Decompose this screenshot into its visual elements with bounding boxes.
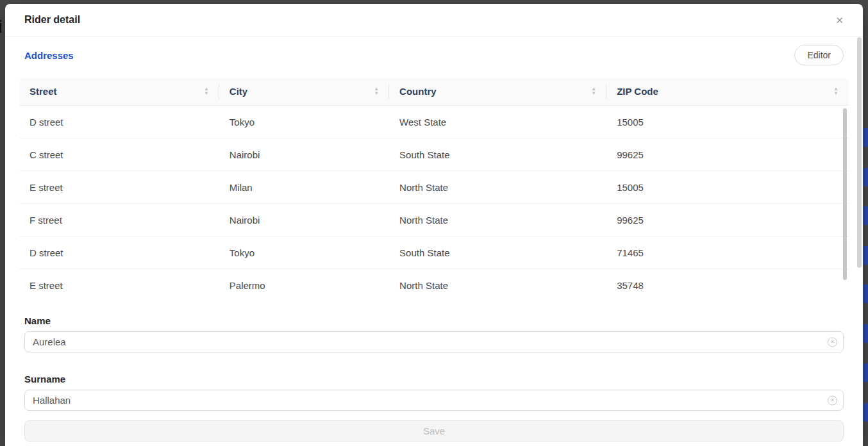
table-header-row: Street ▲ ▼ City ▲ ▼ Country ▲	[19, 78, 849, 106]
surname-label: Surname	[24, 374, 844, 384]
addresses-link[interactable]: Addresses	[24, 50, 74, 61]
table-row: C street Nairobi South State 99625	[19, 138, 849, 171]
rider-detail-modal: Rider detail ✕ Addresses Editor Street ▲…	[5, 4, 863, 446]
name-label: Name	[24, 316, 844, 326]
cell-street: D street	[19, 236, 219, 268]
cell-zip-code: 99625	[606, 204, 849, 236]
table-row: D street Tokyo West State 15005	[19, 106, 849, 138]
cell-zip-code: 15005	[606, 171, 849, 203]
cell-street: D street	[19, 106, 219, 138]
table-scrollbar[interactable]	[843, 108, 847, 280]
addresses-section-header: Addresses Editor	[19, 44, 849, 66]
cell-street: E street	[19, 269, 219, 294]
table-row: D street Tokyo South State 71465	[19, 236, 849, 269]
save-button[interactable]: Save	[24, 420, 844, 442]
cell-city: Tokyo	[219, 236, 389, 268]
cell-country: North State	[389, 204, 606, 236]
editor-button[interactable]: Editor	[794, 45, 844, 65]
column-header-label: Country	[399, 86, 437, 97]
column-header-city[interactable]: City ▲ ▼	[219, 78, 389, 105]
sort-icon[interactable]: ▲ ▼	[591, 87, 596, 95]
cell-street: E street	[19, 171, 219, 203]
cell-city: Nairobi	[219, 138, 389, 170]
cell-country: North State	[389, 269, 606, 294]
cell-city: Milan	[219, 171, 389, 203]
name-field-wrap: ✕	[24, 331, 844, 352]
cell-country: West State	[389, 106, 606, 138]
modal-scrollbar[interactable]	[857, 37, 862, 268]
cell-country: North State	[389, 171, 606, 203]
name-field[interactable]	[24, 331, 844, 352]
table-row: F street Nairobi North State 99625	[19, 204, 849, 236]
column-header-zip-code[interactable]: ZIP Code ▲ ▼	[606, 78, 849, 105]
cell-zip-code: 71465	[606, 236, 849, 268]
cell-zip-code: 35748	[606, 269, 849, 294]
background-page-fragment: i	[0, 17, 3, 37]
clear-icon[interactable]: ✕	[828, 337, 837, 347]
cell-street: F street	[19, 204, 219, 236]
cell-zip-code: 15005	[606, 106, 849, 138]
cell-city: Nairobi	[219, 204, 389, 236]
cell-country: South State	[389, 138, 606, 170]
sort-icon[interactable]: ▲ ▼	[833, 87, 839, 95]
cell-city: Tokyo	[219, 106, 389, 138]
addresses-table: Street ▲ ▼ City ▲ ▼ Country ▲	[19, 78, 849, 294]
column-header-label: Street	[29, 86, 57, 97]
column-header-street[interactable]: Street ▲ ▼	[19, 78, 219, 105]
surname-field-wrap: ✕	[24, 390, 844, 411]
close-icon[interactable]: ✕	[831, 13, 847, 28]
modal-header: Rider detail ✕	[5, 4, 863, 37]
cell-zip-code: 99625	[606, 138, 849, 170]
column-header-label: City	[230, 86, 247, 97]
modal-title: Rider detail	[24, 14, 80, 26]
modal-body: Addresses Editor Street ▲ ▼ City ▲ ▼	[5, 37, 863, 442]
cell-city: Palermo	[219, 269, 389, 294]
clear-icon[interactable]: ✕	[828, 395, 837, 405]
sort-icon[interactable]: ▲ ▼	[204, 87, 209, 95]
table-row: E street Palermo North State 35748	[19, 269, 849, 294]
cell-street: C street	[19, 138, 219, 170]
table-row: E street Milan North State 15005	[19, 171, 849, 204]
column-header-label: ZIP Code	[617, 86, 658, 97]
cell-country: South State	[389, 236, 606, 268]
surname-field[interactable]	[24, 390, 844, 411]
sort-icon[interactable]: ▲ ▼	[374, 87, 379, 95]
column-header-country[interactable]: Country ▲ ▼	[389, 78, 606, 105]
